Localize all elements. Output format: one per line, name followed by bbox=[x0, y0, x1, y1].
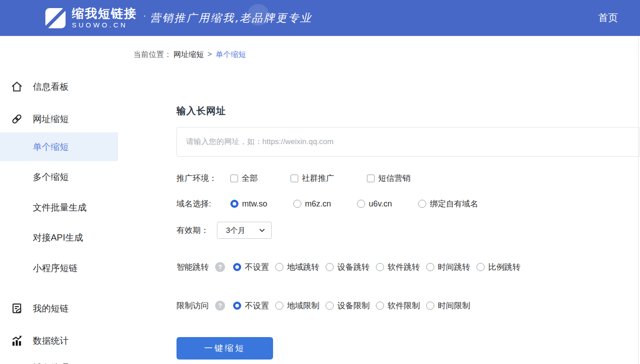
sidebar-item-label: 数据统计 bbox=[33, 335, 69, 347]
brand-domain: SUOWO.CN bbox=[72, 21, 137, 29]
home-icon bbox=[11, 81, 23, 93]
breadcrumb-separator: > bbox=[207, 50, 212, 59]
sidebar-nav: 信息看板 网址缩短 单个缩短 多个缩短 文件批量生成 对接API生成 bbox=[0, 36, 118, 364]
sidebar-item-dashboard[interactable]: 信息看板 bbox=[0, 77, 118, 96]
radio-option-m6z-cn[interactable]: m6z.cn bbox=[293, 199, 331, 209]
checkbox-label: 短信营销 bbox=[378, 173, 410, 184]
radio-icon[interactable] bbox=[357, 200, 365, 208]
radio-option-restrict-region[interactable]: 地域限制 bbox=[275, 300, 319, 311]
sidebar-item-api-generate[interactable]: 对接API生成 bbox=[0, 228, 118, 247]
checkbox-icon[interactable] bbox=[291, 175, 298, 182]
shorten-submit-button[interactable]: 一键缩短 bbox=[177, 337, 273, 360]
radio-label: 软件限制 bbox=[388, 300, 420, 311]
sidebar-item-domain-manage-partial[interactable]: 域名管理 bbox=[0, 358, 118, 364]
brand-name: 缩我短链接 bbox=[72, 7, 137, 20]
validity-select[interactable]: 3个月 bbox=[217, 222, 272, 239]
radio-label: 比例跳转 bbox=[488, 262, 521, 272]
validity-label: 有效期： bbox=[177, 225, 217, 236]
bar-chart-icon bbox=[11, 335, 23, 347]
sidebar-item-label: 我的短链 bbox=[33, 303, 69, 315]
sidebar-item-label: 多个缩短 bbox=[33, 171, 69, 183]
long-url-input[interactable] bbox=[177, 127, 640, 157]
checkbox-icon[interactable] bbox=[230, 175, 238, 182]
radio-option-jump-ratio[interactable]: 比例跳转 bbox=[477, 262, 521, 272]
sidebar-item-label: 小程序短链 bbox=[33, 262, 78, 274]
sidebar-item-single-shorten[interactable]: 单个缩短 bbox=[0, 132, 118, 161]
radio-icon[interactable] bbox=[376, 263, 384, 271]
radio-icon[interactable] bbox=[275, 302, 283, 310]
radio-icon[interactable] bbox=[376, 302, 384, 310]
radio-icon[interactable] bbox=[426, 263, 434, 271]
brand-tagline: ·营销推广用缩我,老品牌更专业 bbox=[143, 11, 312, 25]
sidebar-item-url-shorten[interactable]: 网址缩短 bbox=[0, 109, 118, 129]
sidebar-item-file-batch[interactable]: 文件批量生成 bbox=[0, 197, 118, 217]
radio-icon[interactable] bbox=[426, 302, 434, 310]
radio-icon[interactable] bbox=[233, 302, 241, 310]
radio-option-restrict-none[interactable]: 不设置 bbox=[233, 300, 269, 311]
radio-label: 软件跳转 bbox=[388, 262, 420, 272]
brand-text: 缩我短链接 SUOWO.CN bbox=[72, 7, 137, 28]
sidebar-item-label: 域名管理 bbox=[33, 362, 69, 364]
tagline-halo-decoration bbox=[247, 4, 269, 26]
radio-label: 设备跳转 bbox=[337, 262, 370, 272]
radio-icon[interactable] bbox=[230, 200, 238, 208]
chevron-down-icon bbox=[259, 228, 265, 232]
brand-logo[interactable]: 缩我短链接 SUOWO.CN bbox=[45, 7, 137, 28]
checkbox-option-all[interactable]: 全部 bbox=[230, 173, 258, 184]
checkbox-label: 社群推广 bbox=[302, 173, 334, 184]
checkbox-option-sms[interactable]: 短信营销 bbox=[367, 173, 410, 184]
sidebar-item-my-links[interactable]: 我的短链 bbox=[0, 298, 118, 318]
breadcrumb-section-link[interactable]: 网址缩短 bbox=[173, 49, 204, 60]
domain-select-row: 域名选择: mtw.so m6z.cn u6v.cn 绑定自有域名 bbox=[177, 196, 640, 212]
restrict-access-label: 限制访问 bbox=[177, 300, 209, 311]
sidebar-item-miniprogram-link[interactable]: 小程序短链 bbox=[0, 258, 118, 278]
radio-label: 绑定自有域名 bbox=[430, 198, 478, 209]
radio-icon[interactable] bbox=[275, 263, 283, 271]
sidebar-item-label: 文件批量生成 bbox=[33, 202, 87, 214]
checkbox-icon[interactable] bbox=[367, 175, 375, 182]
radio-icon[interactable] bbox=[326, 263, 334, 271]
top-header: 缩我短链接 SUOWO.CN ·营销推广用缩我,老品牌更专业 首页 bbox=[0, 0, 640, 36]
sidebar-item-statistics[interactable]: 数据统计 bbox=[0, 331, 118, 351]
radio-option-jump-none[interactable]: 不设置 bbox=[233, 262, 269, 272]
shorten-form: 输入长网址 推广环境： 全部 社群推广 短信营销 bbox=[177, 105, 640, 360]
link-icon bbox=[11, 113, 23, 125]
radio-option-jump-time[interactable]: 时间跳转 bbox=[426, 262, 470, 272]
help-icon[interactable]: ? bbox=[215, 262, 225, 272]
radio-option-jump-software[interactable]: 软件跳转 bbox=[376, 262, 420, 272]
nav-home-link[interactable]: 首页 bbox=[598, 11, 618, 25]
radio-option-restrict-software[interactable]: 软件限制 bbox=[376, 300, 420, 311]
help-icon[interactable]: ? bbox=[215, 301, 225, 311]
radio-option-own-domain[interactable]: 绑定自有域名 bbox=[418, 198, 478, 209]
radio-icon[interactable] bbox=[326, 302, 334, 310]
radio-label: 不设置 bbox=[245, 300, 269, 311]
radio-label: 地域跳转 bbox=[287, 262, 319, 272]
radio-option-jump-device[interactable]: 设备跳转 bbox=[326, 262, 370, 272]
sidebar-item-label: 单个缩短 bbox=[33, 141, 69, 153]
radio-icon[interactable] bbox=[477, 263, 485, 271]
radio-icon[interactable] bbox=[293, 200, 301, 208]
right-edge-divider bbox=[638, 37, 639, 364]
radio-option-u6v-cn[interactable]: u6v.cn bbox=[357, 199, 392, 209]
document-link-icon bbox=[11, 303, 23, 315]
breadcrumb: 当前位置： 网址缩短 > 单个缩短 bbox=[133, 49, 640, 60]
radio-option-restrict-time[interactable]: 时间限制 bbox=[426, 300, 470, 311]
promo-env-label: 推广环境： bbox=[177, 173, 230, 184]
sidebar-item-label: 信息看板 bbox=[33, 81, 69, 93]
breadcrumb-current-link[interactable]: 单个缩短 bbox=[216, 49, 246, 60]
radio-icon[interactable] bbox=[418, 200, 426, 208]
radio-label: 时间限制 bbox=[438, 300, 470, 311]
smart-jump-row: 智能跳转 ? 不设置 地域跳转 设备跳转 软件跳转 bbox=[177, 259, 640, 276]
validity-row: 有效期： 3个月 bbox=[177, 222, 640, 239]
domain-select-label: 域名选择: bbox=[177, 198, 230, 209]
radio-label: 时间跳转 bbox=[438, 262, 470, 272]
radio-option-mtw-so[interactable]: mtw.so bbox=[230, 199, 267, 209]
checkbox-label: 全部 bbox=[242, 173, 258, 184]
sidebar-item-multi-shorten[interactable]: 多个缩短 bbox=[0, 167, 118, 187]
radio-option-jump-region[interactable]: 地域跳转 bbox=[275, 262, 319, 272]
radio-option-restrict-device[interactable]: 设备限制 bbox=[326, 300, 370, 311]
form-title: 输入长网址 bbox=[177, 105, 640, 117]
checkbox-option-community[interactable]: 社群推广 bbox=[291, 173, 334, 184]
radio-icon[interactable] bbox=[233, 263, 241, 271]
radio-label: mtw.so bbox=[242, 199, 267, 209]
